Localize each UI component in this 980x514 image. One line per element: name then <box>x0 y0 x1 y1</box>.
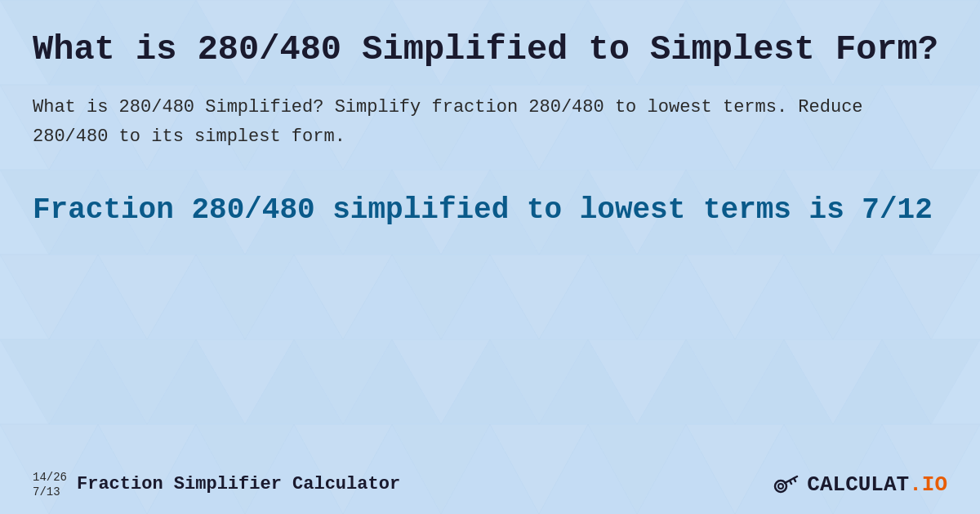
svg-line-120 <box>790 481 791 484</box>
fraction-bottom: 7/13 <box>33 485 67 499</box>
footer-right: CALCULAT.IO <box>771 470 947 499</box>
svg-point-117 <box>778 484 783 489</box>
calculator-icon <box>771 470 800 499</box>
footer-brand-name: Fraction Simplifier Calculator <box>77 474 400 494</box>
description-text: What is 280/480 Simplified? Simplify fra… <box>33 93 947 150</box>
page-title: What is 280/480 Simplified to Simplest F… <box>33 29 947 70</box>
result-section: Fraction 280/480 simplified to lowest te… <box>33 192 947 230</box>
footer-left: 14/26 7/13 Fraction Simplifier Calculato… <box>33 470 400 499</box>
footer: 14/26 7/13 Fraction Simplifier Calculato… <box>33 470 947 499</box>
fraction-top: 14/26 <box>33 470 67 485</box>
result-text: Fraction 280/480 simplified to lowest te… <box>33 192 947 230</box>
logo-text: CALCULAT.IO <box>807 472 947 497</box>
footer-fractions: 14/26 7/13 <box>33 470 67 499</box>
